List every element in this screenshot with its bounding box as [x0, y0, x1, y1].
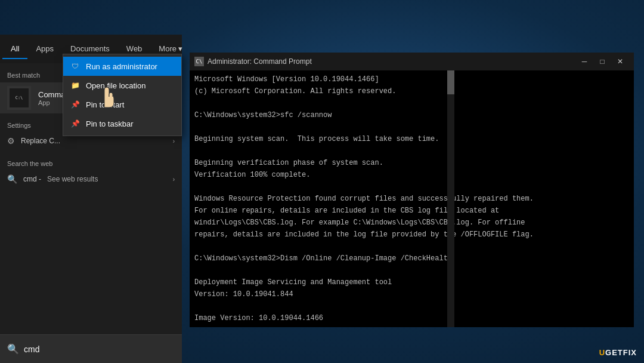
settings-text-replace: Replace C...: [21, 137, 60, 145]
context-item-run-as-admin[interactable]: 🛡 Run as administrator: [63, 57, 181, 76]
context-item-label-run-as-admin: Run as administrator: [86, 62, 157, 71]
tab-all[interactable]: All: [2, 39, 27, 59]
context-item-pin-to-taskbar[interactable]: 📌 Pin to taskbar: [63, 114, 181, 133]
close-button[interactable]: ✕: [611, 53, 629, 70]
cmd-window-icon: C\: [194, 57, 204, 66]
watermark: UGETFIX: [599, 348, 637, 357]
web-arrow-icon: ›: [173, 176, 175, 183]
pin-icon: 📌: [70, 100, 80, 109]
search-bar-icon: 🔍: [7, 343, 19, 355]
context-item-pin-to-start[interactable]: 📌 Pin to Start: [63, 95, 181, 114]
search-icon: 🔍: [7, 174, 17, 184]
taskbar-pin-icon: 📌: [70, 119, 80, 128]
settings-icon: ⚙: [7, 136, 15, 146]
web-search-label: Search the web: [0, 158, 182, 171]
window-controls: ─ □ ✕: [575, 53, 629, 70]
context-item-label-pin-taskbar: Pin to taskbar: [86, 119, 134, 128]
minimize-button[interactable]: ─: [575, 53, 593, 70]
context-menu: 🛡 Run as administrator 📁 Open file locat…: [63, 54, 182, 136]
web-search-item[interactable]: 🔍 cmd - See web results ›: [0, 171, 182, 187]
watermark-u: U: [599, 348, 605, 357]
cmd-output: Microsoft Windows [Version 10.0.19044.14…: [194, 75, 534, 327]
folder-icon: 📁: [70, 81, 80, 90]
maximize-button[interactable]: □: [593, 53, 611, 70]
cmd-scrollbar-thumb[interactable]: [447, 70, 454, 94]
cmd-window: C\ Administrator: Command Prompt ─ □ ✕ M…: [190, 53, 634, 327]
app-icon-box: [7, 86, 31, 110]
cmd-body: Microsoft Windows [Version 10.0.19044.14…: [190, 70, 634, 327]
cmd-window-title: Administrator: Command Prompt: [208, 57, 572, 66]
web-search-query: cmd -: [23, 175, 41, 183]
watermark-rest: GETFIX: [605, 348, 637, 357]
chevron-down-icon: ▾: [178, 44, 182, 53]
cmd-titlebar: C\ Administrator: Command Prompt ─ □ ✕: [190, 53, 634, 70]
context-item-open-file-location[interactable]: 📁 Open file location: [63, 76, 181, 95]
see-web-results-link: See web results: [47, 175, 98, 183]
search-bar: 🔍 cmd: [0, 334, 182, 363]
arrow-icon: ›: [173, 138, 175, 144]
web-search-section: Search the web 🔍 cmd - See web results ›: [0, 155, 182, 190]
shield-icon: 🛡: [70, 61, 80, 71]
search-bar-text: cmd: [24, 344, 39, 354]
cursor-hand: [98, 85, 116, 107]
tab-apps[interactable]: Apps: [27, 39, 62, 59]
cmd-scrollbar[interactable]: [447, 70, 454, 327]
cmd-app-icon: [10, 88, 29, 107]
